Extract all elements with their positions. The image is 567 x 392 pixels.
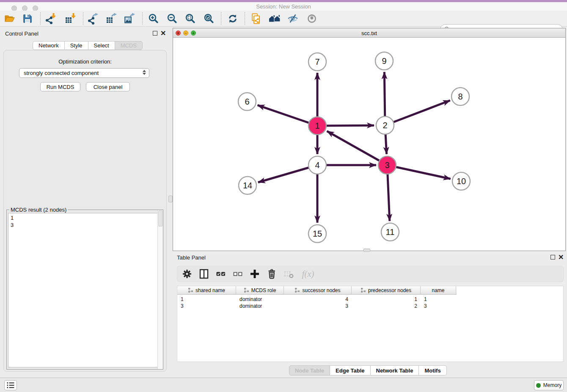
network-canvas[interactable]: 7968124314101511 [173,38,565,251]
cell-mcds-role[interactable]: dominator [236,303,284,309]
graph-node-1[interactable]: 1 [308,117,326,135]
column-header-shared-name[interactable]: shared name [177,286,236,294]
edge-3-1[interactable] [327,131,387,165]
graph-node-label: 1 [315,121,319,130]
graph-node-7[interactable]: 7 [308,53,326,71]
refresh-view-icon[interactable] [226,12,239,25]
toolbar-separator [221,12,221,25]
tab-edge-table[interactable]: Edge Table [330,365,370,375]
close-panel-icon[interactable]: ✕ [160,31,166,36]
network-view-title: scc.txt [173,30,565,36]
graph-node-label: 7 [315,57,319,66]
hide-selected-icon[interactable] [286,12,299,25]
tree-column-icon [244,287,249,293]
edge-2-8[interactable] [385,100,450,125]
graph-node-10[interactable]: 10 [452,172,470,190]
graph-node-4[interactable]: 4 [308,156,326,174]
result-scrollbar[interactable] [157,210,163,369]
graph-node-11[interactable]: 11 [381,223,399,241]
memory-status-dot [536,383,541,388]
tab-network-table[interactable]: Network Table [371,365,419,375]
tab-motifs[interactable]: Motifs [419,365,446,375]
cell-successor-nodes[interactable]: 3 [284,303,352,309]
cell-successor-nodes[interactable]: 4 [284,296,352,303]
column-header-successor-nodes[interactable]: successor nodes [284,286,352,294]
tab-network[interactable]: Network [33,41,65,50]
panel-splitter-handle[interactable] [168,196,173,202]
cell-shared-name[interactable]: 1 [177,296,236,303]
table-settings-gear-icon[interactable] [181,268,193,280]
edge-1-6[interactable] [258,105,317,126]
save-session-icon[interactable] [21,12,34,25]
zoom-out-icon[interactable] [166,12,179,25]
tab-select[interactable]: Select [88,41,115,50]
column-header-predecessor-nodes[interactable]: predecessor nodes [352,286,421,294]
graph-node-6[interactable]: 6 [238,93,256,110]
table-row[interactable]: 3 dominator 3 2 3 [177,303,457,309]
result-scrollbar-thumb[interactable] [158,210,162,226]
toolbar-separator [40,12,41,25]
cell-name[interactable]: 3 [421,303,456,309]
show-columns-icon[interactable] [198,268,210,280]
memory-button[interactable]: Memory [534,380,564,390]
zoom-selected-icon[interactable] [203,12,215,25]
first-neighbors-icon[interactable] [268,12,281,25]
cell-predecessor-nodes[interactable]: 2 [352,303,421,309]
mcds-result-text[interactable]: 1 3 [8,213,162,367]
main-toolbar [0,11,567,27]
column-header-mcds-role[interactable]: MCDS role [236,286,284,294]
toolbar-separator [142,12,143,25]
open-file-icon[interactable] [3,12,16,25]
graph-node-label: 8 [458,92,462,101]
graph-node-8[interactable]: 8 [451,88,469,105]
import-network-icon[interactable] [44,12,57,25]
add-column-icon[interactable] [248,268,261,280]
float-table-panel-icon[interactable] [550,255,555,259]
network-graph: 7968124314101511 [173,38,565,251]
run-mcds-button[interactable]: Run MCDS [40,82,80,91]
clear-checkboxes-icon[interactable] [231,268,244,280]
optimization-criterion-label: Optimization criterion: [4,58,166,65]
graph-node-9[interactable]: 9 [375,52,393,70]
graph-node-2[interactable]: 2 [376,116,394,134]
task-history-button[interactable] [4,380,17,390]
node-table-header: shared name MCDS role successor nodes pr… [177,286,457,295]
tab-mcds[interactable]: MCDS [115,41,143,50]
new-network-from-selection-icon[interactable] [250,12,262,25]
criterion-dropdown[interactable]: strongly connected component [19,68,149,78]
select-all-checkboxes-icon[interactable] [215,268,227,280]
status-bar: Memory [0,378,567,392]
graph-node-label: 6 [245,97,249,106]
graph-node-label: 9 [382,56,386,66]
edge-3-10[interactable] [387,165,451,179]
table-panel-title: Table Panel [177,254,206,261]
tab-style[interactable]: Style [65,41,88,50]
table-panel-header: Table Panel ✕ [173,252,567,263]
graph-node-3[interactable]: 3 [378,156,396,174]
close-panel-button[interactable]: Close panel [86,82,130,91]
delete-column-trash-icon[interactable] [265,268,278,280]
list-icon [6,381,15,389]
tab-node-table[interactable]: Node Table [289,365,330,375]
graph-node-label: 15 [313,229,322,238]
export-table-icon[interactable] [105,12,118,25]
cell-predecessor-nodes[interactable]: 1 [352,296,421,303]
column-header-name[interactable]: name [421,286,456,294]
export-network-icon[interactable] [86,12,99,25]
import-table-icon[interactable] [64,12,77,25]
float-panel-icon[interactable] [153,31,157,36]
zoom-fit-icon[interactable] [184,12,197,25]
export-image-icon[interactable] [123,12,136,25]
graph-node-15[interactable]: 15 [308,225,326,243]
view-table-splitter-handle[interactable] [363,248,370,252]
close-table-panel-icon[interactable]: ✕ [558,255,564,259]
table-row[interactable]: 1 dominator 4 1 1 [177,296,457,303]
cell-shared-name[interactable]: 3 [177,303,236,309]
network-window-titlebar[interactable]: × − + scc.txt [173,28,565,38]
cell-name[interactable]: 1 [421,296,456,303]
graph-node-14[interactable]: 14 [239,177,256,194]
show-all-icon[interactable] [306,12,318,25]
zoom-in-icon[interactable] [147,12,160,25]
cell-mcds-role[interactable]: dominator [236,296,284,303]
toolbar-separator [245,12,245,25]
